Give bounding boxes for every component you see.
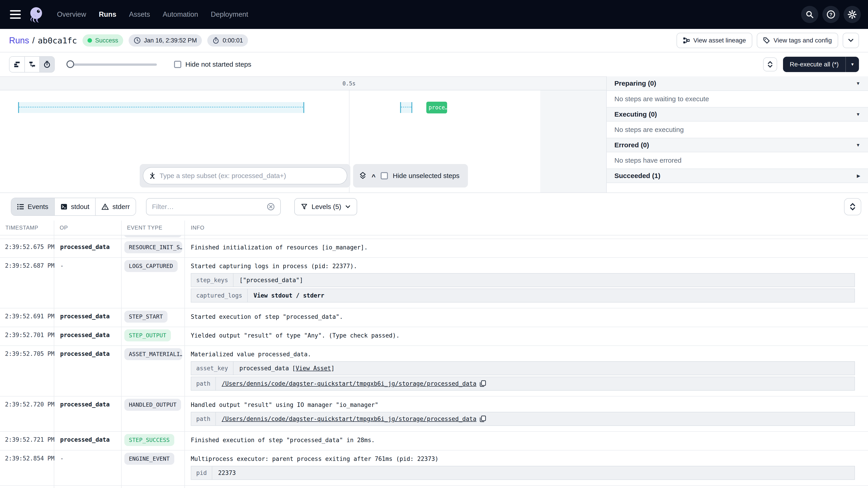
column-header-op: OP (54, 225, 121, 231)
section-header-preparing[interactable]: Preparing (0)▼ (607, 76, 868, 91)
logs-toolbar: Eventsstdoutstderr Filter… Levels (5) (0, 193, 868, 221)
run-actions-menu-button[interactable] (843, 33, 859, 48)
op-cell: processed_data (54, 308, 121, 327)
timed-view-button[interactable] (39, 57, 54, 72)
tab-stdout[interactable]: stdout (54, 198, 95, 215)
gantt-zoom-slider[interactable] (66, 60, 157, 68)
log-table-row[interactable]: 2:39:52.720 PMprocessed_dataHANDLED_OUTP… (0, 396, 868, 432)
lineage-icon (683, 37, 690, 44)
metadata-row: path/Users/dennis/code/dagster-quickstar… (191, 377, 855, 391)
view-asset-lineage-button[interactable]: View asset lineage (677, 33, 752, 48)
event-type-chip: HANDLED_OUTPUT (124, 399, 181, 411)
log-filter-input[interactable]: Filter… (146, 198, 281, 215)
chevron-down-icon (848, 39, 854, 42)
section-empty-message: No steps are waiting to execute (607, 91, 868, 107)
metadata-key: captured_logs (191, 289, 248, 302)
view-asset-link[interactable]: View Asset (296, 365, 331, 372)
gantt-step-bar-processed-data[interactable]: proce… (426, 102, 447, 113)
chevron-down-icon (345, 205, 350, 208)
log-table-row[interactable]: 2:39:52.705 PMprocessed_dataASSET_MATERI… (0, 346, 868, 396)
nav-item-assets[interactable]: Assets (129, 10, 150, 19)
nav-item-runs[interactable]: Runs (99, 10, 116, 19)
metadata-key: path (191, 377, 216, 390)
event-type-cell: LOGS_CAPTURED (121, 258, 185, 308)
timestamp-cell: 2:39:52.720 PM (0, 396, 54, 431)
log-row-partial: RESOURCE_INIT_S… (0, 235, 868, 239)
tab-events[interactable]: Events (11, 198, 54, 215)
metadata-value-text: 22373 (218, 469, 236, 476)
view-tags-config-button[interactable]: View tags and config (757, 33, 838, 48)
clear-filter-icon[interactable] (267, 203, 275, 211)
metadata-key: step_keys (191, 273, 234, 287)
info-cell: Started execution of step "processed_dat… (185, 308, 868, 327)
log-table-row[interactable]: 2:39:52.721 PMprocessed_dataSTEP_SUCCESS… (0, 432, 868, 451)
gear-icon (848, 10, 857, 19)
levels-dropdown[interactable]: Levels (5) (294, 198, 357, 215)
help-button[interactable]: ? (822, 6, 839, 23)
event-type-cell: STEP_SUCCESS (121, 432, 185, 450)
log-table-row[interactable]: 2:39:52.701 PMprocessed_dataSTEP_OUTPUTY… (0, 327, 868, 346)
tab-stderr[interactable]: stderr (95, 198, 135, 215)
metadata-row: path/Users/dennis/code/dagster-quickstar… (191, 412, 855, 426)
hide-unselected-checkbox[interactable] (381, 172, 388, 180)
nav-item-deployment[interactable]: Deployment (211, 10, 248, 19)
caret-down-icon: ▼ (856, 112, 860, 117)
event-type-cell: RESOURCE_INIT_S… (121, 239, 185, 257)
search-button[interactable] (801, 6, 818, 23)
events-list-icon (17, 204, 24, 210)
slider-knob[interactable] (66, 60, 74, 68)
hide-not-started-checkbox[interactable] (174, 61, 181, 68)
copy-icon[interactable] (480, 380, 486, 387)
flat-view-button[interactable] (9, 57, 24, 72)
collapse-caret-icon[interactable]: ^ (372, 173, 376, 181)
metadata-key: asset_key (191, 362, 234, 375)
info-text: Materialized value processed_data. (191, 350, 862, 358)
log-table-row[interactable]: 2:39:52.854 PM-ENGINE_EVENTMultiprocess … (0, 451, 868, 486)
gantt-expand-button[interactable] (763, 57, 777, 71)
captured-logs-link[interactable]: View stdout / stderr (254, 292, 324, 299)
step-subset-input[interactable]: Type a step subset (ex: processed_data+) (143, 167, 347, 184)
op-cell: - (54, 258, 121, 308)
copy-icon[interactable] (480, 416, 486, 422)
breadcrumb-runs-link[interactable]: Runs (9, 36, 29, 45)
path-link[interactable]: /Users/dennis/code/dagster-quickstart/tm… (222, 380, 476, 387)
event-metadata-table: pid22373 (191, 466, 862, 480)
event-log-table: TIMESTAMPOPEVENT TYPEINFO RESOURCE_INIT_… (0, 221, 868, 488)
section-header-executing[interactable]: Executing (0)▼ (607, 107, 868, 122)
warning-icon (101, 203, 109, 210)
chevron-down-icon (850, 207, 855, 210)
metadata-value: View stdout / stderr (248, 289, 330, 302)
event-type-cell: STEP_OUTPUT (121, 327, 185, 346)
section-header-succeeded[interactable]: Succeeded (1)▶ (607, 168, 868, 183)
nav-item-overview[interactable]: Overview (57, 10, 86, 19)
info-text: Yielded output "result" of type "Any". (… (191, 332, 862, 339)
log-table-row[interactable]: 2:39:52.675 PMprocessed_dataRESOURCE_INI… (0, 239, 868, 258)
waterfall-view-button[interactable] (24, 57, 39, 72)
status-dot-icon (88, 38, 92, 43)
hamburger-menu-icon[interactable] (10, 10, 21, 19)
section-title: Executing (0) (614, 110, 856, 118)
stopwatch-icon (212, 37, 219, 44)
layers-icon[interactable] (359, 172, 367, 180)
section-header-errored[interactable]: Errored (0)▼ (607, 138, 868, 152)
nav-item-automation[interactable]: Automation (163, 10, 198, 19)
info-text: Handled output "result" using IO manager… (191, 401, 862, 409)
status-badge: Success (83, 34, 123, 46)
gantt-options-panel: ^ Hide unselected steps (353, 164, 468, 188)
event-type-chip: STEP_SUCCESS (124, 434, 174, 446)
reexecute-all-button[interactable]: Re-execute all (*) (783, 57, 845, 72)
reexecute-menu-button[interactable]: ▼ (845, 57, 859, 72)
info-cell: Yielded output "result" of type "Any". (… (185, 327, 868, 346)
settings-button[interactable] (844, 6, 861, 23)
caret-down-icon: ▼ (856, 142, 860, 148)
timestamp-cell: 2:39:52.857 PM (0, 486, 54, 488)
log-table-row[interactable]: 2:39:52.687 PM-LOGS_CAPTUREDStarted capt… (0, 258, 868, 308)
dagster-logo-icon[interactable] (27, 5, 45, 24)
logs-expand-button[interactable] (844, 198, 861, 215)
log-table-row[interactable]: 2:39:52.857 PM-RUN_SUCCESSFinished execu… (0, 486, 868, 488)
hide-unselected-label: Hide unselected steps (393, 172, 460, 180)
log-table-row[interactable]: 2:39:52.691 PMprocessed_dataSTEP_STARTSt… (0, 308, 868, 327)
path-link[interactable]: /Users/dennis/code/dagster-quickstart/tm… (222, 416, 476, 422)
event-type-chip: RESOURCE_INIT_S… (124, 235, 182, 237)
hide-not-started-checkbox-row[interactable]: Hide not started steps (174, 61, 251, 68)
